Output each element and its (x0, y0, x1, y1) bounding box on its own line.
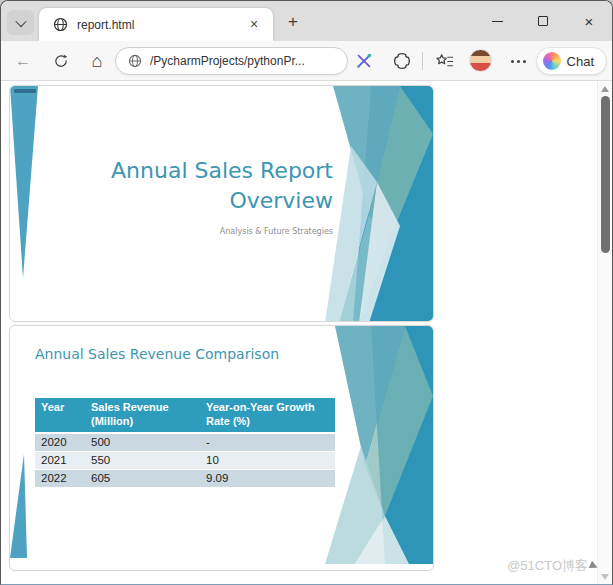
table-row: 20226059.09 (35, 469, 335, 487)
watermark-text: @51CTO博客 (507, 557, 588, 575)
profile-avatar[interactable] (469, 49, 492, 72)
favorites-button[interactable] (433, 50, 455, 72)
table-cell: - (200, 433, 335, 452)
favorites-star-icon (435, 53, 454, 70)
home-button[interactable]: ⌂ (85, 49, 109, 73)
maximize-icon (538, 16, 548, 26)
slide1-left-wedge (10, 86, 50, 322)
table-row: 202155010 (35, 451, 335, 469)
tab-report-html[interactable]: report.html × (39, 8, 273, 41)
slide-2: Annual Sales Revenue Comparison YearSale… (9, 325, 434, 571)
tab-bar: report.html × + × (1, 1, 612, 41)
tab-title: report.html (77, 18, 245, 32)
new-tab-button[interactable]: + (282, 11, 304, 33)
table-cell: 550 (85, 451, 200, 469)
refresh-icon (53, 53, 69, 69)
refresh-button[interactable] (49, 49, 73, 73)
table-cell: 605 (85, 469, 200, 487)
table-cell: 9.09 (200, 469, 335, 487)
vertical-scrollbar[interactable] (597, 81, 612, 585)
minimize-icon (492, 21, 503, 22)
table-cell: 2020 (35, 433, 85, 452)
globe-favicon-icon (53, 17, 68, 32)
revenue-table: YearSales Revenue (Million)Year-on-Year … (35, 398, 335, 488)
browser-window: report.html × + × ← ⌂ /PycharmProjects (0, 0, 613, 585)
revenue-table-head-row: YearSales Revenue (Million)Year-on-Year … (35, 398, 335, 433)
page-content: Annual Sales Report Overview Analysis & … (1, 81, 612, 585)
column-header: Sales Revenue (Million) (85, 398, 200, 433)
tab-search-button[interactable] (7, 10, 34, 35)
column-header: Year (35, 398, 85, 433)
minimize-button[interactable] (474, 1, 520, 41)
scrollbar-thumb[interactable] (601, 96, 610, 253)
window-controls: × (474, 1, 612, 41)
toolbar: ← ⌂ /PycharmProjects/pythonPr... (1, 41, 612, 81)
address-bar[interactable]: /PycharmProjects/pythonPr... (115, 47, 348, 75)
slide1-right-facets (325, 86, 433, 322)
table-cell: 500 (85, 433, 200, 452)
table-row: 2020500- (35, 433, 335, 452)
back-button[interactable]: ← (11, 49, 35, 73)
more-menu-button[interactable] (507, 50, 529, 72)
copilot-icon (543, 52, 561, 70)
slide2-heading: Annual Sales Revenue Comparison (35, 346, 279, 362)
watermark: @51CTO博客 (507, 557, 598, 575)
extension-icon (355, 52, 373, 70)
chevron-down-icon (15, 15, 26, 26)
copilot-label: Chat (567, 54, 594, 69)
address-url: /PycharmProjects/pythonPr... (150, 54, 305, 68)
copilot-chat-button[interactable]: Chat (536, 47, 607, 75)
extension-button[interactable] (353, 50, 375, 72)
table-cell: 2022 (35, 469, 85, 487)
extensions-blob-icon (393, 52, 411, 70)
revenue-table-body: 2020500-20215501020226059.09 (35, 433, 335, 488)
close-button[interactable]: × (566, 1, 612, 41)
maximize-button[interactable] (520, 1, 566, 41)
slide-corner-text-mark (14, 89, 36, 93)
slide2-left-wedge (10, 454, 34, 562)
toolbar-separator (422, 52, 423, 70)
table-cell: 10 (200, 451, 335, 469)
more-dots-icon (511, 60, 526, 63)
slide1-subtitle: Analysis & Future Strategies (53, 227, 333, 236)
slide2-right-facets (325, 326, 433, 566)
tab-close-button[interactable]: × (245, 16, 263, 34)
extensions-button[interactable] (391, 50, 413, 72)
slide1-title: Annual Sales Report Overview (53, 156, 333, 216)
globe-icon (128, 54, 142, 68)
scroll-down-arrow-icon[interactable] (601, 574, 609, 580)
scroll-up-arrow-icon[interactable] (601, 86, 609, 92)
slide-1: Annual Sales Report Overview Analysis & … (9, 85, 434, 322)
table-cell: 2021 (35, 451, 85, 469)
column-header: Year-on-Year Growth Rate (%) (200, 398, 335, 433)
